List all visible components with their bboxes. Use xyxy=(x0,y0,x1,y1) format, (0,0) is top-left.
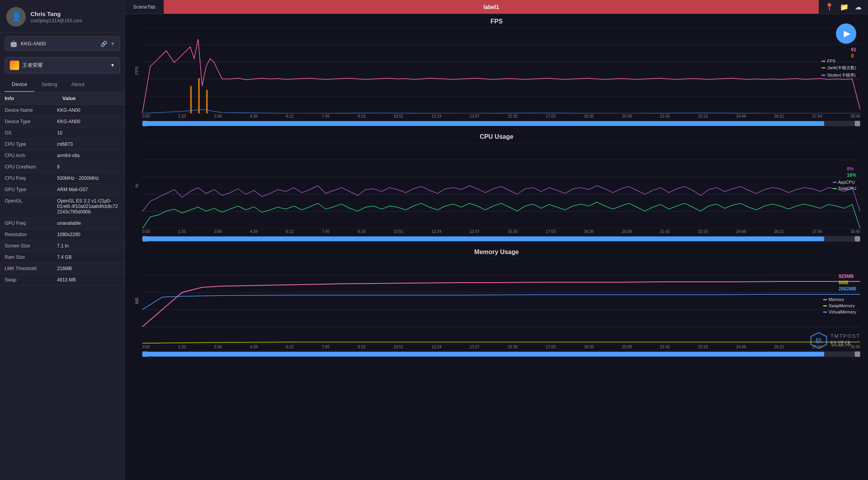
table-row: Screen Size 7.1 in xyxy=(0,240,125,252)
memory-scrollbar[interactable] xyxy=(142,351,860,357)
top-bar-icons: 📍 📁 ☁ xyxy=(819,3,868,11)
cloud-icon[interactable]: ☁ xyxy=(855,3,862,11)
table-row: Resolution 1080x2280 xyxy=(0,229,125,240)
cpu-scrollbar[interactable] xyxy=(142,236,860,242)
fps-scrollbar-thumb[interactable] xyxy=(142,121,824,126)
virtual-memory-value: 2682MB xyxy=(839,286,856,292)
table-row: CPU CoreNum 8 xyxy=(0,161,125,173)
fps-chart-svg: 125 100 75 50 25 0 xyxy=(142,27,860,113)
fps-color-dot xyxy=(821,61,825,62)
mem-legend-swap: SwapMemory xyxy=(823,303,856,308)
cpu-legend-total: TotalCPU xyxy=(833,186,856,191)
location-icon[interactable]: 📍 xyxy=(825,3,834,11)
jank-color-dot xyxy=(821,67,825,68)
fps-chart-wrapper: FPS 125 100 75 50 xyxy=(133,27,860,113)
memory-chart-section: Memory Usage MB 1,250 1,000 750 500 xyxy=(125,245,868,357)
app-cpu-value: 8% xyxy=(847,166,856,172)
mem-legend-memory: Memory xyxy=(823,297,856,302)
table-row: Device Name KKG-AN00 xyxy=(0,105,125,116)
memory-chart-inner: 1,250 1,000 750 500 250 0 xyxy=(142,258,860,344)
table-row: LMK Threshold 216MB xyxy=(0,263,125,274)
cpu-scrollbar-handle-right[interactable] xyxy=(855,236,860,242)
memory-value: 925MB xyxy=(839,274,856,279)
app-selector[interactable]: 王者荣耀 ▼ xyxy=(5,57,120,73)
sidebar: 👤 Chris Tang cos0play1314@163.com 🤖 KKG-… xyxy=(0,0,125,480)
memory-scrollbar-thumb[interactable] xyxy=(142,352,824,356)
header-info: Info xyxy=(5,95,63,101)
table-row: CPU Type mt6873 xyxy=(0,139,125,150)
memory-chart-svg: 1,250 1,000 750 500 250 0 xyxy=(142,258,860,344)
info-table: Device Name KKG-AN00 Device Type KKG-AN0… xyxy=(0,105,125,480)
tab-bar: Device Setting About xyxy=(0,77,125,92)
table-row: CPU Freq 500MHz - 2000MHz xyxy=(0,173,125,184)
tmtpost-text: TMTPOST xyxy=(830,333,860,339)
svg-text:钛: 钛 xyxy=(815,337,822,344)
device-name: KKG-AN00 xyxy=(21,41,97,47)
folder-icon[interactable]: 📁 xyxy=(840,3,848,11)
memory-scrollbar-handle-right[interactable] xyxy=(855,351,860,357)
app-name: 王者荣耀 xyxy=(22,62,107,69)
fps-y-label: FPS xyxy=(133,27,141,113)
device-selector[interactable]: 🤖 KKG-AN00 🔗 ▼ xyxy=(5,36,120,51)
fps-value: 61 xyxy=(851,47,856,52)
user-name: Chris Tang xyxy=(30,11,82,17)
user-email: cos0play1314@163.com xyxy=(30,18,82,23)
cpu-chart-title: CPU Usage xyxy=(133,133,860,140)
fps-x-labels: 0:00 1:33 3:06 4:39 6:12 7:45 9:18 10:51… xyxy=(133,113,860,120)
table-row: CPU Arch arm64-v8a xyxy=(0,150,125,161)
cpu-scrollbar-thumb[interactable] xyxy=(142,236,824,241)
fps-scrollbar-handle-right[interactable] xyxy=(855,121,860,126)
info-table-header: Info Value xyxy=(0,92,125,105)
swap-memory-value: 8MB xyxy=(839,280,856,285)
memory-chart-wrapper: MB 1,250 1,000 750 500 250 0 xyxy=(133,258,860,344)
cpu-x-labels: 0:00 1:33 3:06 4:39 6:12 7:45 9:18 10:51… xyxy=(133,229,860,235)
chevron-down-icon: ▼ xyxy=(110,41,115,47)
cpu-chart-inner: 50 40 30 20 10 0 8% 16% xyxy=(142,143,860,229)
tmtpost-logo: 钛 xyxy=(810,332,827,349)
watermark: 钛 TMTPOST 钛媒体 xyxy=(810,332,860,349)
fps-legend-fps: FPS xyxy=(821,59,856,63)
table-row: OS 10 xyxy=(0,127,125,139)
fps-chart-section: FPS FPS 125 100 75 xyxy=(125,14,868,126)
cpu-legend-app: AppCPU xyxy=(833,180,856,184)
cpu-chart-wrapper: % 50 40 30 20 10 0 xyxy=(133,143,860,229)
jank-value: 0 xyxy=(851,53,856,59)
fps-chart-title: FPS xyxy=(133,18,860,25)
memory-chart-title: Memory Usage xyxy=(133,249,860,256)
charts-container: FPS FPS 125 100 75 xyxy=(125,14,868,480)
table-row: GPU Freq unavailable xyxy=(0,218,125,229)
app-chevron-icon: ▼ xyxy=(110,63,115,68)
tmtpost-cn: 钛媒体 xyxy=(830,339,860,348)
link-icon: 🔗 xyxy=(100,41,107,47)
cpu-chart-section: CPU Usage % 50 40 30 20 10 xyxy=(125,129,868,242)
fps-scrollbar[interactable] xyxy=(142,121,860,126)
total-cpu-value: 16% xyxy=(847,172,856,178)
header-value: Value xyxy=(63,95,120,101)
cpu-chart-svg: 50 40 30 20 10 0 xyxy=(142,143,860,229)
play-button[interactable] xyxy=(836,23,856,44)
label-bar: label1 xyxy=(164,0,819,14)
table-row: Device Type KKG-AN00 xyxy=(0,116,125,127)
main-area: SceneTab label1 📍 📁 ☁ FPS FPS xyxy=(125,0,868,480)
tab-device[interactable]: Device xyxy=(5,77,34,92)
svg-rect-13 xyxy=(198,78,200,113)
table-row: OpenGL OpenGL ES 3.2 v1.r21p0-01rel0.4f1… xyxy=(0,195,125,218)
svg-rect-12 xyxy=(190,86,192,113)
stutter-color-dot xyxy=(821,75,825,76)
scene-tab[interactable]: SceneTab xyxy=(125,0,164,14)
cpu-y-label: % xyxy=(133,143,141,229)
fps-legend-stutter: Stutter(卡顿率) xyxy=(821,72,856,78)
memory-y-label: MB xyxy=(133,258,141,344)
tab-about[interactable]: About xyxy=(64,77,91,92)
table-row: GPU Type ARM Mali-G57 xyxy=(0,184,125,195)
fps-legend-jank: Jank(卡顿次数) xyxy=(821,65,856,71)
tab-setting[interactable]: Setting xyxy=(34,77,64,92)
memory-x-labels: 0:00 1:33 3:06 4:39 6:12 7:45 9:18 10:51… xyxy=(133,344,860,351)
fps-chart-inner: 125 100 75 50 25 0 xyxy=(142,27,860,113)
top-bar: SceneTab label1 📍 📁 ☁ xyxy=(125,0,868,14)
user-info: Chris Tang cos0play1314@163.com xyxy=(30,11,82,23)
app-icon xyxy=(10,61,19,70)
android-icon: 🤖 xyxy=(10,40,18,47)
table-row: Ram Size 7.4 GB xyxy=(0,252,125,263)
table-row: Swap 4913 MB xyxy=(0,274,125,286)
